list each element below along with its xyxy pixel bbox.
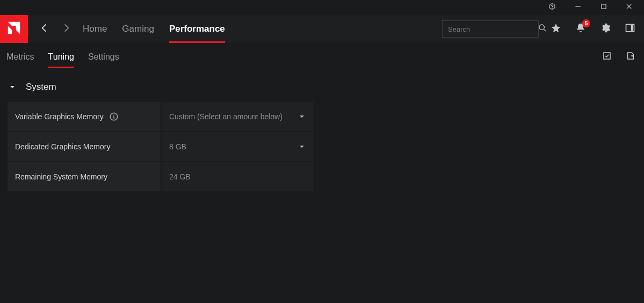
reset-button[interactable] [600,50,614,64]
titlebar-close-button[interactable] [617,0,642,15]
settings-row: Remaining System Memory 24 GB [8,162,314,191]
settings-row: Dedicated Graphics Memory 8 GB [8,132,314,161]
minimize-icon [574,3,582,12]
content-area: System Variable Graphics Memory Custom (… [0,69,644,204]
search-input[interactable] [448,25,538,33]
close-icon [626,3,633,12]
svg-rect-0 [575,6,580,6]
tab-home[interactable]: Home [83,15,107,43]
dock-right-icon [625,23,635,35]
setting-value-text: 8 GB [169,142,186,151]
nav-forward-button [57,19,76,39]
chevron-down-icon [298,142,306,151]
gear-icon [600,23,611,35]
help-icon [548,3,556,12]
section-system-toggle[interactable]: System [8,82,636,92]
dock-button[interactable] [623,21,638,37]
favorites-button[interactable] [548,21,563,37]
arrow-left-icon [38,22,50,36]
subtab-tuning[interactable]: Tuning [48,52,74,68]
subtab-metrics[interactable]: Metrics [6,52,34,68]
export-button[interactable] [624,50,638,64]
titlebar-help-button[interactable] [540,0,565,15]
amd-logo-icon [6,20,22,38]
maximize-icon [600,3,607,12]
settings-button[interactable] [598,21,613,37]
titlebar-maximize-button[interactable] [591,0,616,15]
subtab-actions [600,50,638,68]
chevron-down-icon [8,82,17,92]
settings-grid: Variable Graphics Memory Custom (Select … [8,102,314,191]
setting-label-text: Dedicated Graphics Memory [15,142,110,151]
topbar-right: 5 [442,15,644,43]
search-icon [538,24,547,34]
setting-label-text: Remaining System Memory [15,172,107,181]
nav-back-button[interactable] [34,19,54,39]
notification-badge: 5 [582,19,590,27]
subtabs: Metrics Tuning Settings [0,43,644,69]
setting-label-dedicated-graphics-memory: Dedicated Graphics Memory [8,132,161,161]
main-tabs: Home Gaming Performance [83,15,225,43]
amd-logo[interactable] [0,15,28,43]
tab-performance[interactable]: Performance [169,15,225,43]
setting-label-remaining-system-memory: Remaining System Memory [8,162,161,191]
setting-value-remaining-system-memory: 24 GB [162,162,314,191]
section-title: System [26,82,56,92]
setting-label-variable-graphics-memory: Variable Graphics Memory [8,102,161,131]
search-box[interactable] [442,20,539,38]
window-titlebar [0,0,644,15]
export-icon [626,51,635,63]
info-icon[interactable] [109,112,119,121]
subtab-settings[interactable]: Settings [88,52,119,68]
svg-rect-3 [631,25,633,31]
arrow-right-icon [61,22,73,36]
setting-value-text: Custom (Select an amount below) [169,112,283,121]
setting-label-text: Variable Graphics Memory [15,112,104,121]
tab-gaming[interactable]: Gaming [122,15,154,43]
nav-arrows [34,19,76,39]
reset-icon [602,51,612,63]
setting-value-dedicated-graphics-memory[interactable]: 8 GB [162,132,314,161]
star-icon [551,23,561,35]
topbar: Home Gaming Performance 5 [0,15,644,43]
settings-row: Variable Graphics Memory Custom (Select … [8,102,314,131]
svg-rect-1 [602,4,606,9]
notifications-button[interactable]: 5 [573,21,588,37]
chevron-down-icon [298,112,306,121]
titlebar-minimize-button[interactable] [566,0,590,15]
setting-value-text: 24 GB [169,172,191,181]
setting-value-variable-graphics-memory[interactable]: Custom (Select an amount below) [162,102,314,131]
